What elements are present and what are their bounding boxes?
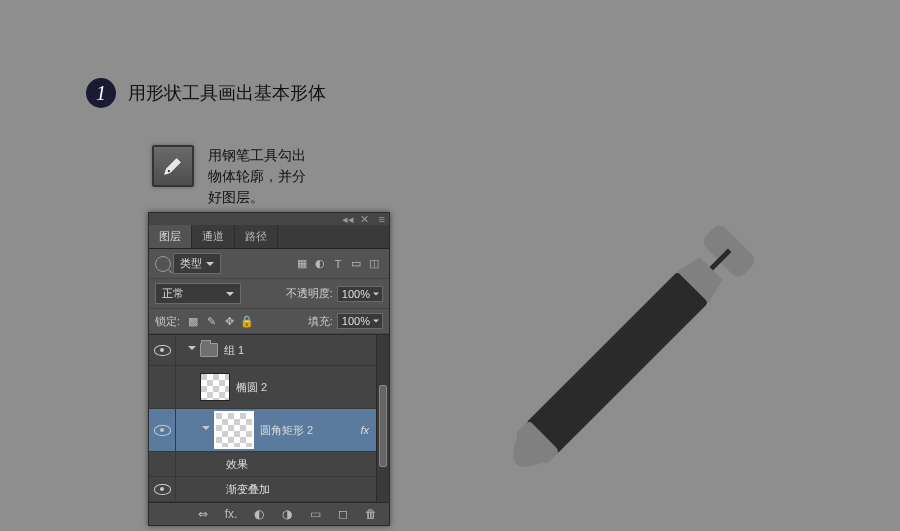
visibility-slot[interactable] <box>149 452 176 476</box>
blend-mode-value: 正常 <box>162 287 184 299</box>
disclosure-icon[interactable] <box>202 426 210 434</box>
tab-layers[interactable]: 图层 <box>149 225 192 248</box>
mask-icon[interactable]: ◐ <box>251 507 267 521</box>
pen-caption-line: 用钢笔工具勾出 <box>208 145 348 166</box>
folder-icon <box>200 343 218 357</box>
new-group-icon[interactable]: ▭ <box>307 507 323 521</box>
new-layer-icon[interactable]: ◻ <box>335 507 351 521</box>
pen-caption: 用钢笔工具勾出 物体轮廓，并分 好图层。 <box>208 145 348 208</box>
layer-name: 组 1 <box>224 343 244 358</box>
collapse-icon[interactable]: ◂◂ <box>342 214 354 225</box>
opacity-input[interactable]: 100% <box>337 286 383 302</box>
fill-label: 填充: <box>308 314 333 329</box>
step-number: 1 <box>96 82 106 105</box>
adjustment-icon[interactable]: ◑ <box>279 507 295 521</box>
layers-panel: ◂◂ ✕ ≡ 图层 通道 路径 类型 ▦ ◐ T ▭ ◫ 正常 不透明度: 10… <box>148 212 390 526</box>
scrollbar-thumb[interactable] <box>379 385 387 467</box>
fill-value: 100% <box>342 315 370 327</box>
lock-transparent-icon[interactable]: ▩ <box>184 313 202 329</box>
layer-row-roundrect[interactable]: 圆角矩形 2 fx <box>149 409 389 452</box>
delete-icon[interactable]: 🗑 <box>363 507 379 521</box>
tab-paths[interactable]: 路径 <box>235 225 278 248</box>
filter-row: 类型 ▦ ◐ T ▭ ◫ <box>149 249 389 279</box>
visibility-icon[interactable] <box>154 484 171 495</box>
blend-mode-select[interactable]: 正常 <box>155 283 241 304</box>
panel-tabs: 图层 通道 路径 <box>149 225 389 249</box>
pen-tool-block: 用钢笔工具勾出 物体轮廓，并分 好图层。 <box>152 145 348 208</box>
pen-illustration <box>405 210 845 500</box>
filter-smart-icon[interactable]: ◫ <box>365 256 383 272</box>
step-header: 1 用形状工具画出基本形体 <box>86 78 326 108</box>
step-number-badge: 1 <box>86 78 116 108</box>
lock-all-icon[interactable]: 🔒 <box>238 313 256 329</box>
filter-label: 类型 <box>180 257 202 269</box>
lock-position-icon[interactable]: ✥ <box>220 313 238 329</box>
pen-caption-line: 物体轮廓，并分 <box>208 166 348 187</box>
filter-adjust-icon[interactable]: ◐ <box>311 256 329 272</box>
effects-label: 效果 <box>226 457 248 472</box>
tree-scrollbar[interactable] <box>376 335 389 502</box>
layer-name: 椭圆 2 <box>236 380 267 395</box>
close-icon[interactable]: ✕ <box>360 214 369 225</box>
pen-icon <box>162 155 184 177</box>
link-layers-icon[interactable]: ⇔ <box>195 507 211 521</box>
menu-icon[interactable]: ≡ <box>379 214 385 225</box>
layer-row-effects[interactable]: 效果 <box>149 452 389 477</box>
blend-row: 正常 不透明度: 100% <box>149 279 389 309</box>
opacity-label: 不透明度: <box>286 286 333 301</box>
lock-row: 锁定: ▩ ✎ ✥ 🔒 填充: 100% <box>149 309 389 334</box>
visibility-slot[interactable] <box>149 366 176 408</box>
step-title: 用形状工具画出基本形体 <box>128 81 326 105</box>
svg-point-0 <box>168 170 170 172</box>
panel-footer: ⇔ fx. ◐ ◑ ▭ ◻ 🗑 <box>149 502 389 525</box>
pen-tool-icon <box>152 145 194 187</box>
filter-pixel-icon[interactable]: ▦ <box>293 256 311 272</box>
gradient-label: 渐变叠加 <box>226 482 270 497</box>
fx-badge[interactable]: fx <box>360 424 369 436</box>
fx-icon[interactable]: fx. <box>223 507 239 521</box>
filter-text-icon[interactable]: T <box>329 256 347 272</box>
layer-name: 圆角矩形 2 <box>260 423 313 438</box>
pen-caption-line: 好图层。 <box>208 187 348 208</box>
panel-titlebar: ◂◂ ✕ ≡ <box>149 213 389 225</box>
visibility-icon[interactable] <box>154 425 171 436</box>
tab-channels[interactable]: 通道 <box>192 225 235 248</box>
visibility-icon[interactable] <box>154 345 171 356</box>
filter-type-select[interactable]: 类型 <box>173 253 221 274</box>
layer-row-ellipse[interactable]: 椭圆 2 <box>149 366 389 409</box>
layer-row-group[interactable]: 组 1 <box>149 335 389 366</box>
lock-brush-icon[interactable]: ✎ <box>202 313 220 329</box>
search-icon[interactable] <box>155 256 171 272</box>
filter-shape-icon[interactable]: ▭ <box>347 256 365 272</box>
fill-input[interactable]: 100% <box>337 313 383 329</box>
layer-thumbnail[interactable] <box>214 411 254 449</box>
layer-row-gradient[interactable]: 渐变叠加 <box>149 477 389 502</box>
svg-rect-3 <box>525 272 708 455</box>
lock-label: 锁定: <box>155 314 180 329</box>
layer-tree: 组 1 椭圆 2 圆角矩形 2 fx 效果 渐变叠加 <box>149 334 389 502</box>
layer-thumbnail[interactable] <box>200 373 230 401</box>
disclosure-icon[interactable] <box>188 346 196 354</box>
opacity-value: 100% <box>342 288 370 300</box>
